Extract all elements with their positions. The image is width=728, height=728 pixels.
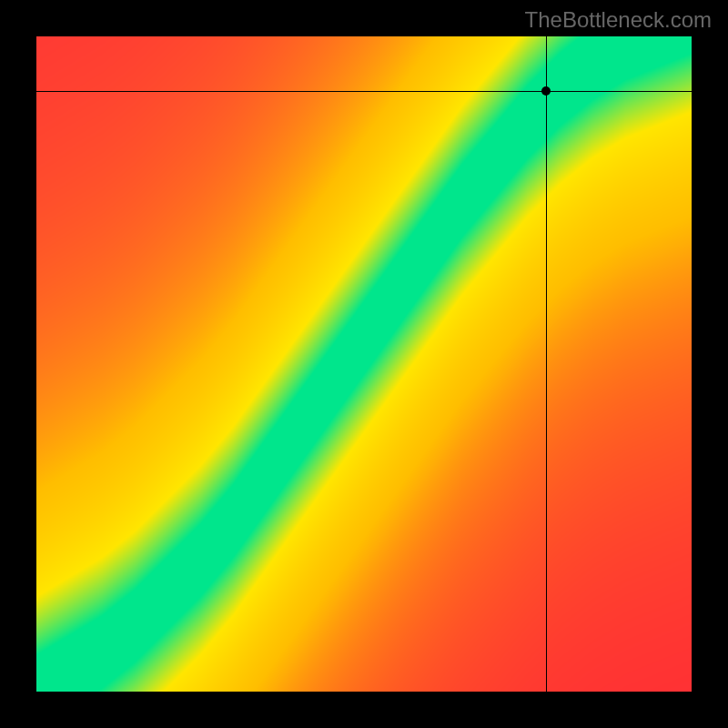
selection-marker bbox=[541, 86, 551, 96]
crosshair-horizontal bbox=[36, 91, 692, 92]
heatmap-plot bbox=[36, 36, 692, 692]
crosshair-vertical bbox=[546, 36, 547, 692]
chart-container: TheBottleneck.com bbox=[0, 0, 728, 728]
heatmap-canvas bbox=[36, 36, 692, 692]
watermark-text: TheBottleneck.com bbox=[525, 7, 712, 33]
